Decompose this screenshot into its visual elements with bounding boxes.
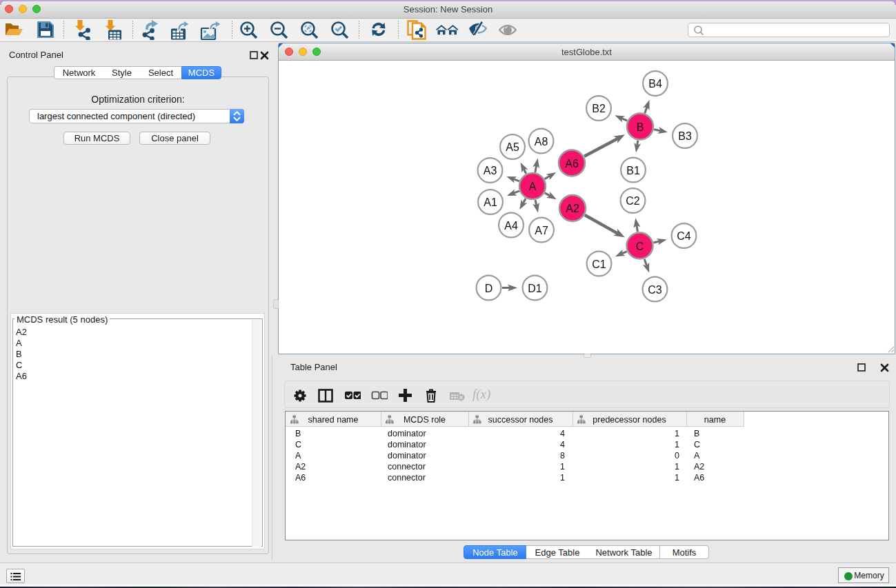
svg-text:D1: D1 [528, 283, 542, 294]
svg-text:C3: C3 [648, 284, 662, 296]
svg-text:B4: B4 [648, 78, 662, 90]
svg-text:A: A [529, 181, 537, 192]
svg-text:A1: A1 [484, 196, 497, 208]
svg-text:A5: A5 [506, 141, 519, 153]
svg-text:A7: A7 [535, 225, 548, 236]
svg-text:A4: A4 [504, 220, 518, 232]
svg-text:C4: C4 [677, 230, 691, 242]
svg-text:A6: A6 [565, 158, 579, 170]
svg-text:B3: B3 [678, 130, 692, 142]
svg-text:B2: B2 [592, 103, 606, 114]
svg-text:B: B [637, 121, 644, 133]
svg-text:C: C [636, 241, 644, 252]
svg-text:C1: C1 [592, 258, 606, 270]
svg-text:A2: A2 [566, 203, 579, 214]
svg-text:A3: A3 [484, 165, 497, 176]
svg-text:D: D [485, 283, 493, 294]
svg-text:C2: C2 [626, 195, 640, 207]
svg-text:A8: A8 [535, 136, 548, 148]
svg-text:B1: B1 [626, 165, 640, 176]
